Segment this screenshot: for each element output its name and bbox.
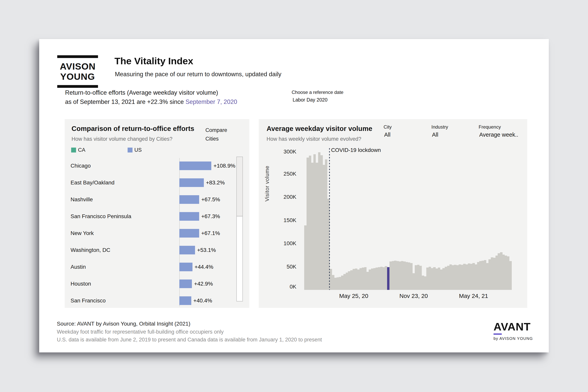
weekly-volume-bar[interactable] <box>468 264 470 290</box>
weekly-volume-bar[interactable] <box>498 253 500 290</box>
weekly-volume-bar[interactable] <box>415 265 417 290</box>
weekly-volume-bar[interactable] <box>459 264 461 290</box>
weekly-volume-bar[interactable] <box>332 275 334 290</box>
weekly-volume-bar[interactable] <box>371 268 374 290</box>
city-row-east-bay-oakland[interactable]: East Bay/Oakland+83.2% <box>65 174 249 191</box>
city-bar[interactable] <box>179 229 199 238</box>
weekly-volume-bar[interactable] <box>355 268 357 290</box>
compare-cities-control[interactable]: Compare Cities <box>206 126 227 143</box>
legend-swatch-us[interactable] <box>128 148 132 152</box>
weekly-volume-bar[interactable] <box>466 264 468 290</box>
weekly-volume-bar[interactable] <box>408 262 410 290</box>
weekly-volume-bar[interactable] <box>374 268 376 290</box>
city-bar[interactable] <box>179 162 211 170</box>
weekly-volume-bar[interactable] <box>322 165 325 290</box>
weekly-volume-bar[interactable] <box>509 261 512 290</box>
weekly-volume-bar[interactable] <box>311 163 314 290</box>
city-bar[interactable] <box>179 280 192 288</box>
weekly-volume-bar[interactable] <box>475 264 477 290</box>
legend-swatch-ca[interactable] <box>71 148 76 152</box>
weekly-volume-bar[interactable] <box>412 273 415 290</box>
weekly-volume-bar[interactable] <box>306 158 309 290</box>
weekly-volume-bar[interactable] <box>390 262 392 290</box>
weekly-volume-bar[interactable] <box>461 265 463 290</box>
city-list-scrollbar[interactable] <box>236 156 243 302</box>
weekly-volume-bar[interactable] <box>505 256 507 290</box>
weekly-volume-bar[interactable] <box>445 267 447 290</box>
city-row-new-york[interactable]: New York+67.1% <box>65 225 249 242</box>
weekly-volume-bar[interactable] <box>314 154 316 290</box>
city-row-houston[interactable]: Houston+42.9% <box>65 276 249 292</box>
weekly-volume-bar[interactable] <box>396 261 399 290</box>
weekly-volume-bar[interactable] <box>500 252 502 290</box>
weekly-volume-bar[interactable] <box>385 266 387 290</box>
weekly-volume-bar[interactable] <box>378 267 380 290</box>
weekly-volume-bar[interactable] <box>304 226 306 290</box>
weekly-volume-bar[interactable] <box>346 273 348 290</box>
weekly-volume-bar[interactable] <box>431 268 433 290</box>
weekly-volume-bar[interactable] <box>394 261 396 290</box>
weekly-volume-bar[interactable] <box>438 268 440 290</box>
filter-industry-dropdown[interactable]: All <box>432 132 448 138</box>
weekly-volume-bar[interactable] <box>442 268 445 290</box>
weekly-volume-bar[interactable] <box>493 258 496 290</box>
weekly-volume-bar[interactable] <box>350 270 352 290</box>
weekly-volume-bar[interactable] <box>318 152 320 290</box>
weekly-volume-bar[interactable] <box>482 261 484 290</box>
reference-date-dropdown[interactable]: Labor Day 2020 <box>293 97 344 103</box>
city-bar[interactable] <box>179 246 195 254</box>
weekly-volume-bar[interactable] <box>488 259 491 290</box>
city-bar[interactable] <box>179 178 204 187</box>
weekly-volume-bar[interactable] <box>486 263 489 290</box>
weekly-volume-bar[interactable] <box>420 266 422 290</box>
city-row-chicago[interactable]: Chicago+108.9% <box>65 158 249 174</box>
city-list-scrollbar-thumb[interactable] <box>237 157 242 216</box>
weekly-volume-bar[interactable] <box>507 256 509 290</box>
weekly-volume-bar[interactable] <box>472 263 475 290</box>
weekly-volume-bar[interactable] <box>325 159 327 290</box>
weekly-volume-bar[interactable] <box>450 264 452 290</box>
city-bar[interactable] <box>179 195 199 204</box>
weekly-volume-bar[interactable] <box>456 265 459 290</box>
weekly-volume-bar[interactable] <box>440 270 442 290</box>
weekly-volume-bar[interactable] <box>369 270 371 290</box>
city-bar[interactable] <box>179 296 191 305</box>
city-bar[interactable] <box>179 212 199 221</box>
weekly-volume-bar[interactable] <box>436 268 438 290</box>
weekly-volume-bar[interactable] <box>336 277 339 290</box>
weekly-volume-bar[interactable] <box>401 261 403 290</box>
weekly-volume-bar[interactable] <box>454 265 456 290</box>
weekly-volume-bar[interactable] <box>424 276 426 290</box>
weekly-volume-bar[interactable] <box>380 267 382 290</box>
weekly-volume-bar[interactable] <box>502 254 505 290</box>
city-row-nashville[interactable]: Nashville+67.5% <box>65 191 249 208</box>
weekly-volume-bar[interactable] <box>484 260 486 290</box>
weekly-volume-bar[interactable] <box>477 262 480 290</box>
city-bar[interactable] <box>179 263 192 271</box>
weekly-volume-bar[interactable] <box>403 262 406 290</box>
city-row-san-francisco-peninsula[interactable]: San Francisco Peninsula+67.3% <box>65 208 249 225</box>
weekly-volume-bar[interactable] <box>360 268 362 290</box>
weekly-volume-bar[interactable] <box>479 261 482 290</box>
weekly-volume-bar[interactable] <box>341 276 344 290</box>
weekly-volume-bar[interactable] <box>352 269 355 290</box>
weekly-volume-bar[interactable] <box>392 261 394 290</box>
weekly-volume-bar[interactable] <box>348 271 350 290</box>
weekly-volume-bar[interactable] <box>447 266 450 290</box>
city-row-washington-dc[interactable]: Washington, DC+53.1% <box>65 242 249 258</box>
weekly-volume-bar[interactable] <box>344 274 346 290</box>
weekly-volume-bar[interactable] <box>463 264 466 290</box>
weekly-volume-bar[interactable] <box>376 268 378 290</box>
weekly-volume-bar[interactable] <box>496 256 498 290</box>
weekly-volume-bar[interactable] <box>452 265 454 290</box>
weekly-volume-bar[interactable] <box>417 265 420 290</box>
weekly-volume-bar[interactable] <box>433 267 436 290</box>
weekly-volume-bar[interactable] <box>320 155 322 290</box>
weekly-volume-bar[interactable] <box>316 163 318 290</box>
weekly-volume-bar[interactable] <box>422 276 424 290</box>
filter-frequency-dropdown[interactable]: Average week.. <box>479 132 518 138</box>
weekly-volume-bar[interactable] <box>364 267 366 290</box>
weekly-volume-bar[interactable] <box>399 262 401 290</box>
weekly-volume-bar[interactable] <box>406 262 408 290</box>
weekly-volume-bar[interactable] <box>357 270 360 290</box>
